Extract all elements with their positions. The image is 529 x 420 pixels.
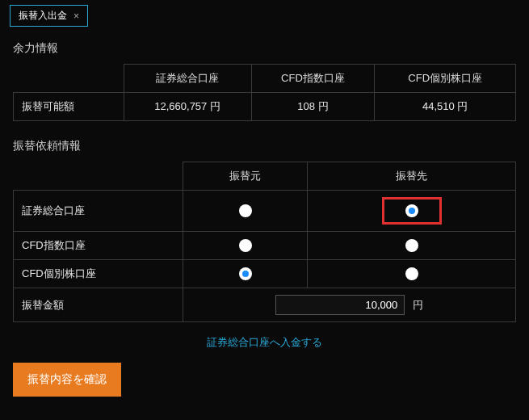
radio-from-cfd-index[interactable] [239, 239, 252, 252]
table-row: 証券総合口座 [14, 191, 516, 232]
radio-from-sogo[interactable] [239, 204, 252, 217]
table-row: CFD個別株口座 [14, 260, 516, 288]
deposit-link[interactable]: 証券総合口座へ入金する [13, 335, 516, 350]
request-col-from: 振替元 [183, 162, 308, 191]
highlight-box [382, 197, 442, 225]
balance-value-cfd-index: 108 円 [251, 93, 375, 121]
radio-to-cfd-index[interactable] [405, 239, 418, 252]
request-table: 振替元 振替先 証券総合口座 CFD指数口座 CFD個別株口座 振替金額 [13, 162, 516, 322]
table-row: 振替金額 円 [14, 288, 516, 322]
radio-to-cfd-stock[interactable] [405, 267, 418, 280]
request-section-title: 振替依頼情報 [13, 139, 516, 153]
balance-col-sogo: 証券総合口座 [124, 65, 251, 93]
balance-value-cfd-stock: 44,510 円 [375, 93, 516, 121]
balance-corner [14, 65, 124, 93]
radio-from-cfd-stock[interactable] [239, 267, 252, 280]
balance-row-label: 振替可能額 [14, 93, 124, 121]
radio-to-sogo[interactable] [405, 204, 418, 217]
close-icon[interactable]: × [73, 10, 79, 22]
tab-label: 振替入出金 [19, 9, 67, 23]
amount-label: 振替金額 [14, 288, 183, 322]
confirm-button[interactable]: 振替内容を確認 [13, 363, 121, 397]
balance-col-cfd-index: CFD指数口座 [251, 65, 375, 93]
balance-col-cfd-stock: CFD個別株口座 [375, 65, 516, 93]
amount-unit: 円 [413, 299, 423, 311]
request-corner [14, 162, 183, 191]
request-col-to: 振替先 [308, 162, 516, 191]
table-row: CFD指数口座 [14, 232, 516, 260]
amount-input[interactable] [275, 295, 405, 315]
tab-transfer[interactable]: 振替入出金 × [10, 5, 88, 27]
request-row-cfd-stock: CFD個別株口座 [14, 260, 183, 288]
request-row-sogo: 証券総合口座 [14, 191, 183, 232]
balance-section-title: 余力情報 [13, 41, 516, 56]
balance-value-sogo: 12,660,757 円 [124, 93, 251, 121]
request-row-cfd-index: CFD指数口座 [14, 232, 183, 260]
balance-table: 証券総合口座 CFD指数口座 CFD個別株口座 振替可能額 12,660,757… [13, 64, 516, 121]
